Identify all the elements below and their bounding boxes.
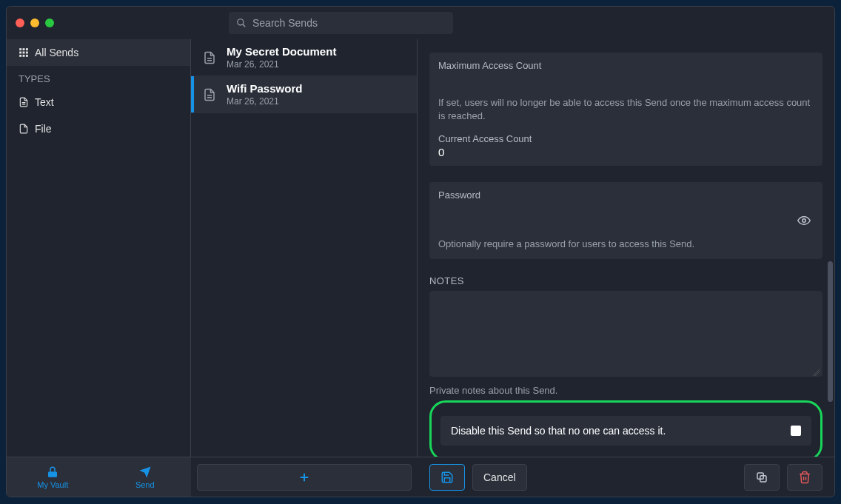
footer-bar: My Vault Send Cancel — [7, 457, 834, 497]
svg-rect-5 — [19, 52, 21, 54]
sidebar-item-label: All Sends — [35, 47, 78, 58]
window-controls — [16, 19, 54, 27]
svg-line-1 — [243, 24, 246, 27]
copy-icon — [755, 471, 768, 484]
sidebar: All Sends TYPES Text File — [7, 39, 191, 457]
add-send-button[interactable] — [197, 464, 412, 491]
sidebar-item-label: File — [35, 123, 52, 135]
svg-point-17 — [803, 219, 806, 223]
list-item-date: Mar 26, 2021 — [227, 96, 302, 107]
svg-rect-9 — [23, 55, 25, 57]
svg-rect-6 — [23, 52, 25, 54]
current-access-label: Current Access Count — [438, 133, 814, 144]
notes-help: Private notes about this Send. — [429, 385, 822, 396]
file-icon — [19, 124, 29, 134]
svg-rect-3 — [23, 48, 25, 50]
sidebar-types-header: TYPES — [7, 66, 190, 89]
disable-send-label: Disable this Send so that no one can acc… — [451, 425, 666, 437]
svg-rect-2 — [19, 48, 21, 50]
close-window-button[interactable] — [16, 19, 24, 27]
save-icon — [440, 471, 454, 484]
list-item[interactable]: My Secret Document Mar 26, 2021 — [191, 39, 417, 76]
sidebar-item-text[interactable]: Text — [7, 89, 190, 115]
lock-icon — [46, 466, 59, 479]
disable-send-checkbox[interactable] — [791, 426, 801, 436]
list-item-date: Mar 26, 2021 — [227, 59, 336, 70]
footer-tab-vault[interactable]: My Vault — [7, 457, 99, 497]
save-button[interactable] — [429, 464, 465, 491]
max-access-label: Maximum Access Count — [438, 60, 814, 71]
password-section: Password Optionally require a password f… — [429, 182, 822, 258]
highlight-annotation: Disable this Send so that no one can acc… — [429, 400, 822, 457]
copy-link-button[interactable] — [744, 464, 780, 491]
text-file-icon — [19, 97, 29, 107]
svg-rect-18 — [48, 471, 57, 477]
title-bar — [7, 7, 834, 39]
footer-tab-send[interactable]: Send — [99, 457, 192, 497]
trash-icon — [798, 471, 811, 484]
maximize-window-button[interactable] — [45, 19, 54, 27]
resize-grip-icon[interactable] — [812, 369, 820, 376]
eye-icon — [797, 214, 811, 227]
scrollbar-thumb[interactable] — [828, 261, 833, 402]
list-item-title: Wifi Password — [227, 82, 302, 95]
svg-point-0 — [238, 19, 244, 25]
password-label: Password — [438, 189, 814, 201]
sidebar-item-label: Text — [35, 96, 54, 108]
search-input[interactable] — [252, 17, 446, 29]
password-help: Optionally require a password for users … — [438, 238, 814, 251]
grid-icon — [19, 47, 29, 58]
search-icon — [236, 18, 247, 28]
cancel-button[interactable]: Cancel — [472, 464, 527, 491]
svg-rect-8 — [19, 55, 21, 57]
svg-rect-7 — [26, 52, 28, 54]
footer-tab-label: Send — [135, 480, 155, 489]
list-item[interactable]: Wifi Password Mar 26, 2021 — [191, 76, 417, 113]
sidebar-item-all-sends[interactable]: All Sends — [7, 39, 190, 66]
svg-rect-10 — [26, 55, 28, 57]
minimize-window-button[interactable] — [30, 19, 39, 27]
send-list: My Secret Document Mar 26, 2021 Wifi Pas… — [191, 39, 418, 457]
max-access-input[interactable] — [438, 73, 814, 89]
max-access-section: Maximum Access Count If set, users will … — [429, 53, 822, 166]
disable-send-row[interactable]: Disable this Send so that no one can acc… — [440, 416, 811, 446]
detail-pane: Maximum Access Count If set, users will … — [418, 39, 834, 457]
footer-tab-label: My Vault — [37, 480, 68, 489]
password-input[interactable] — [438, 214, 794, 227]
max-access-help: If set, users will no longer be able to … — [438, 96, 814, 123]
delete-button[interactable] — [787, 464, 822, 491]
toggle-password-visibility[interactable] — [794, 211, 814, 230]
current-access-value: 0 — [438, 146, 814, 158]
send-icon — [138, 466, 152, 479]
text-file-icon — [203, 51, 216, 64]
svg-rect-4 — [26, 48, 28, 50]
app-window: All Sends TYPES Text File My Secret Docu… — [6, 6, 835, 497]
sidebar-item-file[interactable]: File — [7, 115, 190, 142]
notes-textarea[interactable] — [429, 291, 822, 377]
text-file-icon — [203, 88, 216, 101]
plus-icon — [298, 471, 310, 483]
notes-label: NOTES — [429, 275, 822, 286]
search-container[interactable] — [229, 12, 453, 34]
list-item-title: My Secret Document — [227, 45, 336, 58]
